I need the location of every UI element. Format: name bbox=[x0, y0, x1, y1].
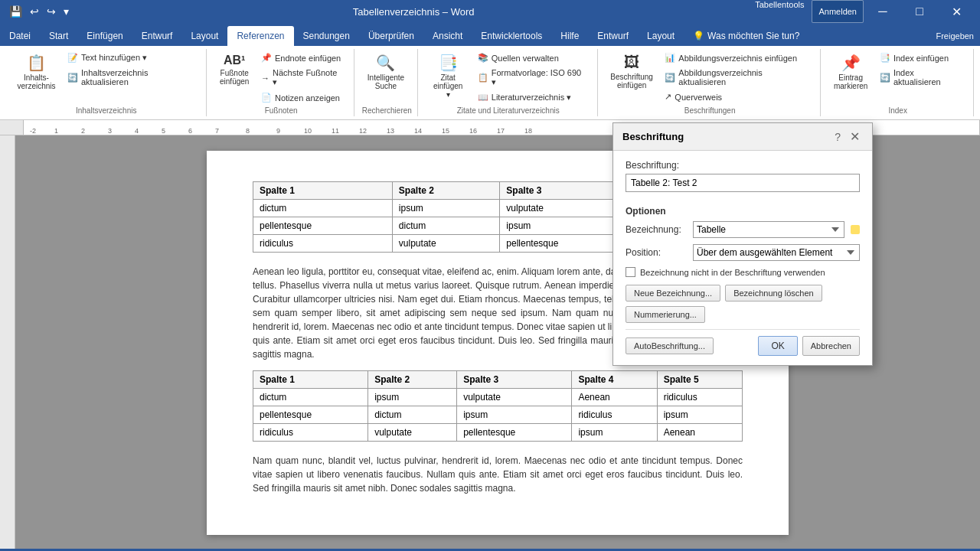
checkbox-label: Bezeichnung nicht in der Beschriftung ve… bbox=[640, 268, 825, 277]
dialog-action-row: AutoBeschriftung... OK Abbrechen bbox=[626, 329, 860, 356]
tab-ueberpruefen[interactable]: Überprüfen bbox=[359, 26, 423, 46]
tab-layout[interactable]: Layout bbox=[181, 26, 227, 46]
restore-btn[interactable]: □ bbox=[902, 0, 937, 23]
quellen-icon: 📚 bbox=[478, 53, 488, 63]
neue-bezeichnung-btn[interactable]: Neue Bezeichnung... bbox=[626, 285, 720, 302]
table-row: dictum ipsum vulputate Aenean ridiculus bbox=[253, 389, 743, 406]
group-beschriftungen: 🖼 Beschriftungeinfügen 📊 Abbildungsverze… bbox=[599, 49, 821, 116]
ribbon-content: 📋 Inhalts-verzeichnis 📝 Text hinzufügen … bbox=[0, 46, 980, 120]
index-aktualisieren-btn[interactable]: 🔄 Index aktualisieren bbox=[874, 66, 967, 89]
table-row: pellentesque dictum ipsum ridiculus ipsu… bbox=[253, 406, 743, 424]
minimize-btn[interactable]: ─ bbox=[865, 0, 900, 23]
quick-access: 💾 ↩ ↪ ▾ bbox=[6, 4, 72, 19]
dialog-body: Beschriftung: Optionen Bezeichnung: Tabe… bbox=[613, 151, 872, 365]
formatvorlage-btn[interactable]: 📋 Formatvorlage: ISO 690 ▾ bbox=[472, 66, 591, 90]
eintrag-icon: 📌 bbox=[841, 54, 861, 72]
beschriftung-dialog[interactable]: Beschriftung ? ✕ Beschriftung: Optionen … bbox=[612, 122, 873, 366]
tab-hilfe[interactable]: Hilfe bbox=[551, 26, 588, 46]
dialog-close-btn[interactable]: ✕ bbox=[847, 129, 863, 144]
index-einfuegen-btn[interactable]: 📑 Index einfügen bbox=[874, 51, 967, 65]
tabellentools-label: Tabellentools bbox=[755, 0, 804, 23]
ok-cancel-row: OK Abbrechen bbox=[758, 336, 860, 356]
ribbon: Datei Start Einfügen Entwurf Layout Refe… bbox=[0, 23, 980, 120]
optionen-section: Optionen bbox=[626, 206, 860, 217]
zitat-icon: 📑 bbox=[439, 54, 458, 72]
redo-quickaccess-btn[interactable]: ↪ bbox=[44, 4, 59, 19]
checkbox-row: Bezeichnung nicht in der Beschriftung ve… bbox=[626, 267, 860, 277]
index-in-icon: 📑 bbox=[880, 53, 890, 63]
help-search-label: Was möchten Sie tun? bbox=[707, 31, 799, 41]
table-row: ridiculus vulputate pellentesque ipsum A… bbox=[253, 424, 743, 442]
zitat-einfuegen-btn[interactable]: 📑 Zitateinfügen ▾ bbox=[426, 51, 471, 105]
tab-start[interactable]: Start bbox=[40, 26, 77, 46]
close-btn[interactable]: ✕ bbox=[939, 0, 974, 23]
inhaltsverzeichnis-icon: 📋 bbox=[27, 54, 46, 72]
bezeichnung-checkbox[interactable] bbox=[626, 267, 635, 277]
cursor-highlight bbox=[851, 225, 860, 234]
abbildungsverzeichnis-einfuegen-btn[interactable]: 📊 Abbildungsverzeichnis einfügen bbox=[659, 51, 814, 65]
tab-layout2[interactable]: Layout bbox=[638, 26, 684, 46]
quellen-verwalten-btn[interactable]: 📚 Quellen verwalten bbox=[472, 51, 591, 65]
tab-entwurf2[interactable]: Entwurf bbox=[588, 26, 638, 46]
refresh-icon: 🔄 bbox=[67, 73, 78, 83]
position-select[interactable]: Über dem ausgewählten Element Unter dem … bbox=[693, 244, 860, 261]
dialog-btn-row-1: Neue Bezeichnung... Bezeichnung löschen … bbox=[626, 285, 860, 323]
save-quickaccess-btn[interactable]: 💾 bbox=[6, 4, 25, 19]
index-ref-icon: 🔄 bbox=[880, 73, 890, 83]
tab-entwicklertools[interactable]: Entwicklertools bbox=[472, 26, 551, 46]
nummerierung-btn[interactable]: Nummerierung... bbox=[626, 306, 705, 323]
group-zitate: 📑 Zitateinfügen ▾ 📚 Quellen verwalten 📋 … bbox=[420, 49, 598, 116]
tab-help-search[interactable]: 💡 Was möchten Sie tun? bbox=[684, 26, 808, 46]
inhaltsverzeichnis-btn[interactable]: 📋 Inhalts-verzeichnis bbox=[12, 51, 60, 93]
tab-einfuegen[interactable]: Einfügen bbox=[77, 26, 132, 46]
abbildung-refresh-icon: 🔄 bbox=[665, 73, 675, 83]
auto-beschriftung-btn[interactable]: AutoBeschriftung... bbox=[626, 337, 714, 354]
beschriftung-einfuegen-btn[interactable]: 🖼 Beschriftungeinfügen bbox=[606, 51, 658, 104]
literaturverzeichnis-btn[interactable]: 📖 Literaturverzeichnis ▾ bbox=[472, 90, 591, 105]
fussnote-einfuegen-btn[interactable]: AB¹ Fußnoteeinfügen bbox=[214, 51, 254, 105]
ok-btn[interactable]: OK bbox=[758, 336, 797, 356]
group-inhaltsverzeichnis: 📋 Inhalts-verzeichnis 📝 Text hinzufügen … bbox=[6, 49, 207, 116]
beschriftung-icon: 🖼 bbox=[624, 54, 639, 71]
intelligente-suche-btn[interactable]: 🔍 IntelligenteSuche bbox=[362, 51, 410, 93]
titlebar-controls: Tabellentools Anmelden ─ □ ✕ bbox=[755, 0, 974, 23]
eintrag-markieren-btn[interactable]: 📌 Eintragmarkieren bbox=[828, 51, 873, 93]
bezeichnung-loeschen-btn[interactable]: Bezeichnung löschen bbox=[725, 285, 822, 302]
notes-icon: 📄 bbox=[261, 93, 272, 103]
bezeichnung-select[interactable]: Tabelle Abbildung Gleichung bbox=[693, 221, 844, 238]
notizen-anzeigen-btn[interactable]: 📄 Notizen anzeigen bbox=[256, 90, 348, 105]
search-icon: 🔍 bbox=[376, 54, 395, 72]
titlebar-left: 💾 ↩ ↪ ▾ bbox=[6, 4, 72, 19]
tab-datei[interactable]: Datei bbox=[0, 26, 40, 46]
more-quickaccess-btn[interactable]: ▾ bbox=[60, 4, 72, 19]
abbrechen-btn[interactable]: Abbrechen bbox=[802, 336, 860, 356]
querverweis-btn[interactable]: ↗ Querverweis bbox=[659, 90, 814, 104]
tab-ansicht[interactable]: Ansicht bbox=[423, 26, 472, 46]
group-index: 📌 Eintragmarkieren 📑 Index einfügen 🔄 In… bbox=[822, 49, 974, 116]
bezeichnung-row: Bezeichnung: Tabelle Abbildung Gleichung bbox=[626, 221, 860, 238]
ribbon-tabs: Datei Start Einfügen Entwurf Layout Refe… bbox=[0, 23, 980, 46]
tab-referenzen[interactable]: Referenzen bbox=[227, 26, 293, 46]
inhaltsverzeichnis-aktualisieren-btn[interactable]: 🔄 Inhaltsverzeichnis aktualisieren bbox=[62, 66, 200, 89]
group-fussnoten: AB¹ Fußnoteeinfügen 📌 Endnote einfügen →… bbox=[208, 49, 354, 116]
fussnote-icon: AB¹ bbox=[224, 54, 245, 67]
position-label: Position: bbox=[626, 247, 687, 258]
titlebar: 💾 ↩ ↪ ▾ Tabellenverzeichnis – Word Tabel… bbox=[0, 0, 980, 23]
group-recherchieren: 🔍 IntelligenteSuche Recherchieren bbox=[356, 49, 418, 116]
share-btn[interactable]: Freigeben bbox=[936, 31, 974, 41]
abbildungsverzeichnis-aktualisieren-btn[interactable]: 🔄 Abbildungsverzeichnis aktualisieren bbox=[659, 66, 814, 89]
bezeichnung-label: Bezeichnung: bbox=[626, 224, 687, 235]
tab-sendungen[interactable]: Sendungen bbox=[294, 26, 359, 46]
next-icon: → bbox=[261, 73, 270, 83]
dialog-title: Beschriftung bbox=[622, 131, 684, 142]
signin-btn[interactable]: Anmelden bbox=[812, 0, 864, 23]
tab-entwurf[interactable]: Entwurf bbox=[132, 26, 182, 46]
endnote-icon: 📌 bbox=[261, 53, 272, 63]
text-hinzufuegen-btn[interactable]: 📝 Text hinzufügen ▾ bbox=[62, 51, 200, 65]
dialog-help-btn[interactable]: ? bbox=[831, 129, 844, 144]
undo-quickaccess-btn[interactable]: ↩ bbox=[27, 4, 42, 19]
beschriftung-input[interactable] bbox=[626, 174, 860, 192]
endnote-einfuegen-btn[interactable]: 📌 Endnote einfügen bbox=[256, 51, 348, 65]
vertical-ruler bbox=[0, 135, 15, 549]
naechste-fussnote-btn[interactable]: → Nächste Fußnote ▾ bbox=[256, 66, 348, 90]
